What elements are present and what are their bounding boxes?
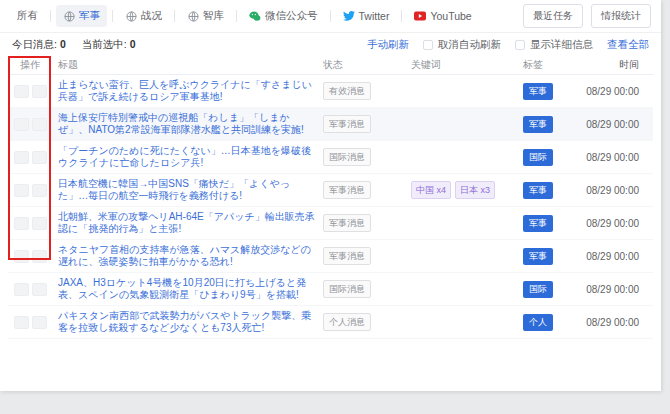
row-action-button[interactable] [32,217,47,230]
youtube-icon [414,10,426,22]
row-action-button[interactable] [32,184,47,197]
header-actions: 操作 [8,58,54,72]
actions-cell [8,151,54,164]
source-tab-label: 所有 [17,9,38,23]
view-all-link[interactable]: 查看全部 [607,38,649,52]
toolbar-separator [401,10,402,22]
news-table: 操作 标题 状态 关键词 标签 时间 止まらない蛮行、巨人を呼ぶウクライナに「す… [0,56,661,339]
twitter-icon [343,10,355,22]
category-badge: 国际 [523,149,553,166]
show-details-checkbox[interactable]: 显示详细信息 [515,38,593,52]
status-cell: 军事消息 [319,214,407,232]
source-filter-tabs: 所有军事战况智库微信公众号TwitterYouTube [10,5,523,27]
status-badge: 军事消息 [323,247,371,265]
title-cell: 「プーチンのために死にたくない」…日本基地を爆破後ウクライナに亡命したロシア兵! [54,145,319,169]
news-title-link[interactable]: 日本航空機に韓国→中国SNS「痛快だ」「よくやった」…毎日の航空一時飛行を義務付… [58,178,315,202]
status-cell: 军事消息 [319,115,407,133]
table-row: 北朝鮮、米軍の攻撃ヘリAH-64E「アパッチ」輸出販売承認に「挑発的行為」と主張… [8,207,653,240]
toolbar-separator [112,10,113,22]
time-cell: 08/29 00:00 [575,251,653,262]
row-action-button[interactable] [32,85,47,98]
stats-button[interactable]: 情报统计 [591,4,651,28]
row-action-button[interactable] [32,118,47,131]
table-row: 日本航空機に韓国→中国SNS「痛快だ」「よくやった」…毎日の航空一時飛行を義務付… [8,174,653,207]
globe-icon [63,10,75,22]
title-cell: 海上保安庁特別警戒中の巡視船「わしま」「しまかぜ」、NATO第2常設海軍部隊潜水… [54,112,319,136]
tag-cell: 国际 [519,281,575,298]
category-badge: 军事 [523,215,553,232]
globe-icon [187,10,199,22]
actions-cell [8,217,54,230]
news-title-link[interactable]: 「プーチンのために死にたくない」…日本基地を爆破後ウクライナに亡命したロシア兵! [58,145,315,169]
tag-cell: 国际 [519,149,575,166]
source-tab-3[interactable]: 战况 [118,5,169,27]
category-badge: 个人 [523,314,553,331]
counters: 今日消息:0 当前选中:0 [12,38,367,52]
keywords-cell: 中国 x4日本 x3 [407,181,519,199]
tag-cell: 个人 [519,314,575,331]
source-tab-5[interactable]: 微信公众号 [242,5,325,27]
news-title-link[interactable]: 止まらない蛮行、巨人を呼ぶウクライナに「すさまじい兵器」で訴え続けるロシア軍事基… [58,79,315,103]
time-cell: 08/29 00:00 [575,185,653,196]
title-cell: 日本航空機に韓国→中国SNS「痛快だ」「よくやった」…毎日の航空一時飛行を義務付… [54,178,319,202]
news-title-link[interactable]: JAXA、H3ロケット4号機を10月20日に打ち上げると発表、スペインの気象観測… [58,277,315,301]
row-action-button[interactable] [32,151,47,164]
source-tab-1[interactable]: 所有 [10,5,45,27]
toolbar-separator [174,10,175,22]
toolbar-separator [50,10,51,22]
checkbox-icon[interactable] [423,40,433,50]
info-bar: 今日消息:0 当前选中:0 手动刷新 取消自动刷新 显示详细信息 查看全部 [0,33,661,56]
source-tab-6[interactable]: Twitter [336,6,397,26]
manual-refresh-link[interactable]: 手动刷新 [367,38,409,52]
actions-cell [8,118,54,131]
status-badge: 军事消息 [323,181,371,199]
news-title-link[interactable]: 海上保安庁特別警戒中の巡視船「わしま」「しまかぜ」、NATO第2常設海軍部隊潜水… [58,112,315,136]
source-tab-2[interactable]: 军事 [56,5,107,27]
news-title-link[interactable]: パキスタン南西部で武装勢力がバスやトラック襲撃、乗客を拉致し銃殺するなど少なくと… [58,310,315,334]
category-badge: 军事 [523,116,553,133]
title-cell: 止まらない蛮行、巨人を呼ぶウクライナに「すさまじい兵器」で訴え続けるロシア軍事基… [54,79,319,103]
row-action-button[interactable] [32,316,47,329]
row-action-button[interactable] [32,250,47,263]
row-action-button[interactable] [14,184,29,197]
news-title-link[interactable]: ネタニヤフ首相の支持率が急落、ハマス解放交渉などの遅れに、強硬姿勢に拍車がかかる… [58,244,315,268]
header-time: 时间 [575,58,653,72]
selected-count: 当前选中:0 [82,38,136,52]
checkbox-label: 显示详细信息 [530,38,593,52]
toolbar-separator [330,10,331,22]
table-row: パキスタン南西部で武装勢力がバスやトラック襲撃、乗客を拉致し銃殺するなど少なくと… [8,306,653,339]
source-tab-label: Twitter [359,10,390,22]
row-action-button[interactable] [14,217,29,230]
source-tab-4[interactable]: 智库 [180,5,231,27]
table-header-row: 操作 标题 状态 关键词 标签 时间 [8,56,653,75]
table-body: 止まらない蛮行、巨人を呼ぶウクライナに「すさまじい兵器」で訴え続けるロシア軍事基… [8,75,653,339]
recent-tasks-button[interactable]: 最近任务 [523,4,583,28]
tag-cell: 军事 [519,248,575,265]
row-action-button[interactable] [14,118,29,131]
auto-refresh-checkbox[interactable]: 取消自动刷新 [423,38,501,52]
status-cell: 个人消息 [319,313,407,331]
checkbox-label: 取消自动刷新 [438,38,501,52]
source-tab-label: 战况 [141,9,162,23]
source-tab-7[interactable]: YouTube [407,6,478,26]
toolbar: 所有军事战况智库微信公众号TwitterYouTube 最近任务 情报统计 [0,0,661,33]
status-cell: 军事消息 [319,181,407,199]
row-action-button[interactable] [14,283,29,296]
keyword-tag: 日本 x3 [455,181,495,199]
actions-cell [8,85,54,98]
row-action-button[interactable] [14,316,29,329]
time-cell: 08/29 00:00 [575,86,653,97]
row-action-button[interactable] [14,250,29,263]
checkbox-icon[interactable] [515,40,525,50]
header-status: 状态 [319,58,407,72]
time-cell: 08/29 00:00 [575,119,653,130]
status-cell: 军事消息 [319,247,407,265]
source-tab-label: 微信公众号 [265,9,318,23]
row-action-button[interactable] [14,151,29,164]
status-cell: 有效消息 [319,82,407,100]
news-title-link[interactable]: 北朝鮮、米軍の攻撃ヘリAH-64E「アパッチ」輸出販売承認に「挑発的行為」と主張… [58,211,315,235]
row-action-button[interactable] [14,85,29,98]
status-cell: 国际消息 [319,280,407,298]
row-action-button[interactable] [32,283,47,296]
actions-cell [8,184,54,197]
